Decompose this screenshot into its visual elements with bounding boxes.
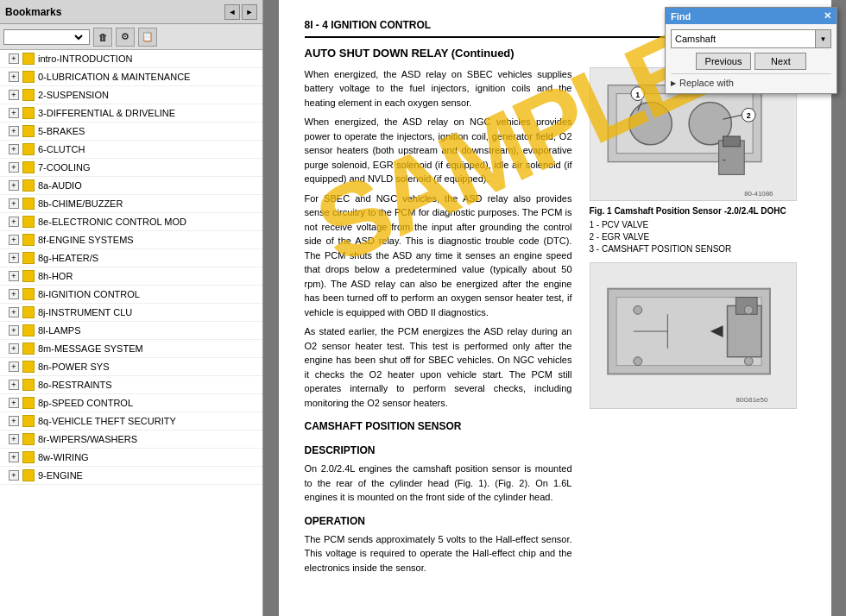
bookmark-item-8m[interactable]: +8m-MESSAGE SYSTEM [0,340,262,358]
bookmark-item-8p[interactable]: +8p-SPEED CONTROL [0,394,262,412]
expand-icon[interactable]: + [9,108,19,118]
expand-icon[interactable]: + [9,53,19,64]
expand-icon[interactable]: + [9,380,19,390]
bookmark-item-8q[interactable]: +8q-VEHICLE THEFT SECURITY [0,412,262,431]
expand-icon[interactable]: + [9,126,19,136]
bookmark-item-7[interactable]: +7-COOLING [0,159,262,177]
expand-icon[interactable]: + [9,198,19,209]
bookmark-label: 8o-RESTRAINTS [38,380,112,390]
bookmark-folder-icon [22,143,35,155]
sidebar-title: Bookmarks [5,6,61,18]
expand-icon[interactable]: + [9,398,19,408]
bookmark-item-8l[interactable]: +8l-LAMPS [0,322,262,340]
body-para-2: When energized, the ASD relay on NGC veh… [305,115,572,186]
bookmark-folder-icon [22,53,35,65]
bookmark-item-5[interactable]: +5-BRAKES [0,123,262,141]
bookmark-label: 2-SUSPENSION [38,90,109,100]
bookmark-folder-icon [22,415,35,427]
expand-icon[interactable]: + [9,289,19,299]
expand-icon[interactable]: + [9,90,19,100]
expand-icon[interactable]: + [9,217,19,227]
expand-icon[interactable]: + [9,470,19,481]
bookmark-folder-icon [22,343,35,355]
expand-icon[interactable]: + [9,416,19,426]
bookmark-item-intro[interactable]: +intro-INTRODUCTION [0,50,262,68]
bookmark-item-8b[interactable]: +8b-CHIME/BUZZER [0,195,262,213]
bookmark-item-8n[interactable]: +8n-POWER SYS [0,358,262,376]
bookmark-item-8g[interactable]: +8g-HEATER/S [0,249,262,267]
expand-icon[interactable]: + [9,144,19,154]
bookmark-folder-icon [22,125,35,137]
find-input-row: ▼ [671,29,831,48]
operation-text: The PCM sends approximately 5 volts to t… [305,532,572,575]
bookmark-label: 6-CLUTCH [38,144,85,154]
bookmark-item-0[interactable]: +0-LUBRICATION & MAINTENANCE [0,68,262,86]
settings-icon[interactable]: ⚙ [116,28,135,47]
find-close-btn[interactable]: ✕ [824,10,831,22]
find-dropdown-btn[interactable]: ▼ [816,29,831,48]
expand-icon[interactable]: + [9,253,19,263]
bookmark-item-8f[interactable]: +8f-ENGINE SYSTEMS [0,231,262,249]
next-button[interactable]: Next [754,53,806,70]
expand-icon[interactable]: + [9,434,19,444]
body-para-4: As stated earlier, the PCM energizes the… [305,324,572,410]
bookmark-label: 8j-INSTRUMENT CLU [38,307,132,317]
bookmark-item-8h[interactable]: +8h-HOR [0,267,262,286]
svg-text:2: 2 [746,111,750,120]
bookmark-label: 8n-POWER SYS [38,361,110,372]
expand-icon[interactable]: + [9,235,19,245]
svg-text:80-41086: 80-41086 [744,190,773,198]
bookmark-item-8o[interactable]: +8o-RESTRAINTS [0,376,262,394]
bookmark-item-3[interactable]: +3-DIFFERENTIAL & DRIVELINE [0,104,262,123]
bookmark-label: 3-DIFFERENTIAL & DRIVELINE [38,108,175,118]
bookmark-label: 9-ENGINE [38,470,83,481]
bookmark-folder-icon [22,179,35,192]
bookmark-item-6[interactable]: +6-CLUTCH [0,141,262,159]
expand-icon[interactable]: + [9,361,19,372]
previous-button[interactable]: Previous [696,53,752,70]
bookmark-item-9[interactable]: +9-ENGINE [0,467,262,485]
bookmark-label: 8l-LAMPS [38,325,81,336]
svg-point-3 [628,102,671,144]
bookmark-item-8j[interactable]: +8j-INSTRUMENT CLU [0,304,262,322]
replace-row: ▶ Replace with [671,73,831,88]
page-header-left: 8I - 4 IGNITION CONTROL [305,17,432,33]
bookmark-folder-icon [22,433,35,445]
expand-icon[interactable]: + [9,72,19,82]
expand-icon[interactable]: + [9,180,19,191]
col-right: 1 2 3 80-41086 [590,67,814,581]
nav-right-icon[interactable]: ► [242,4,257,20]
find-input[interactable] [671,29,816,48]
bookmark-item-8e[interactable]: +8e-ELECTRONIC CONTROL MOD [0,213,262,231]
description-title: DESCRIPTION [305,443,572,458]
bookmark-item-8a[interactable]: +8a-AUDIO [0,177,262,195]
view-dropdown[interactable] [3,29,90,45]
bookmark-label: 8g-HEATER/S [38,253,98,263]
bookmark-item-8w[interactable]: +8w-WIRING [0,449,262,467]
options-icon[interactable]: 📋 [138,28,157,47]
figure2-diagram: 80G61e50 [590,262,797,409]
bookmark-item-8r[interactable]: +8r-WIPERS/WASHERS [0,431,262,449]
bookmark-label: 8q-VEHICLE THEFT SECURITY [38,416,176,426]
expand-icon[interactable]: + [9,307,19,317]
nav-left-icon[interactable]: ◄ [224,4,240,20]
delete-icon[interactable]: 🗑 [93,28,112,47]
expand-icon[interactable]: + [9,452,19,462]
find-buttons: Previous Next [671,53,831,70]
expand-icon[interactable]: + [9,271,19,281]
expand-icon[interactable]: + [9,325,19,336]
bookmark-label: 8b-CHIME/BUZZER [38,198,123,209]
expand-icon[interactable]: + [9,162,19,173]
bookmark-folder-icon [22,469,35,481]
bookmark-folder-icon [22,270,35,282]
bookmark-label: 8a-AUDIO [38,180,82,191]
body-para-3: For SBEC and NGC vehicles, the ASD relay… [305,192,572,320]
bookmark-item-2[interactable]: +2-SUSPENSION [0,86,262,104]
bookmark-label: intro-INTRODUCTION [38,53,132,64]
bookmark-label: 8f-ENGINE SYSTEMS [38,235,134,245]
bookmark-item-8i[interactable]: +8i-IGNITION CONTROL [0,286,262,304]
find-toolbar: Find ✕ ▼ Previous Next ▶ Replace with [665,7,837,94]
expand-icon[interactable]: + [9,343,19,354]
find-title: Find [671,11,691,22]
sidebar-toolbar: 🗑 ⚙ 📋 [0,24,262,50]
